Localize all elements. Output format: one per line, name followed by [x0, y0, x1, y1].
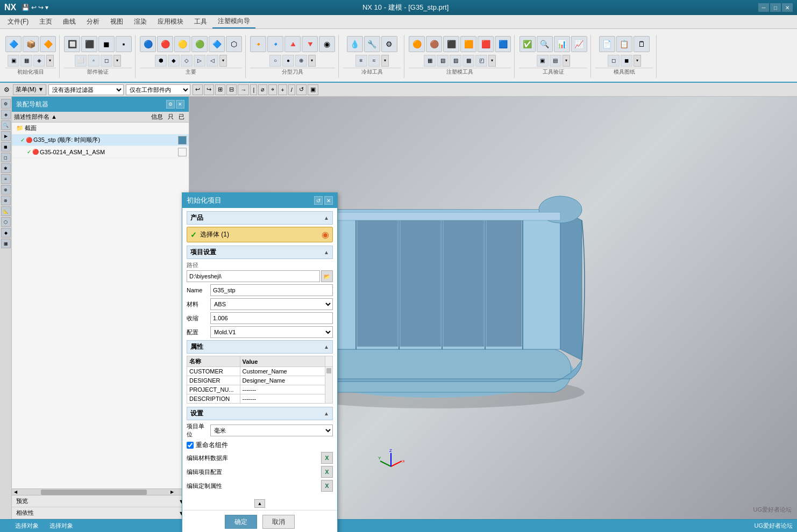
ribbon-icon-tv4[interactable]: 📈 — [571, 36, 587, 52]
ribbon-icon-mold11[interactable]: ◰ — [475, 55, 487, 67]
toolbar-btn1[interactable]: ↩ — [193, 84, 203, 95]
ribbon-icon-tv6[interactable]: ▤ — [550, 55, 561, 67]
toolbar-btn6[interactable]: | — [250, 84, 257, 95]
toolbar-btn7[interactable]: ⌀ — [258, 84, 267, 95]
menu-curve[interactable]: 曲线 — [58, 15, 81, 28]
ribbon-icon-tv5[interactable]: ▣ — [537, 55, 549, 67]
ribbon-icon-cool1[interactable]: 💧 — [347, 36, 363, 52]
path-input[interactable] — [187, 270, 320, 282]
ribbon-icon-tv1[interactable]: ✅ — [520, 36, 536, 52]
shrinkage-input[interactable] — [210, 312, 333, 324]
menu-tools[interactable]: 工具 — [189, 15, 212, 28]
prop-value-designer[interactable] — [240, 376, 325, 385]
nav-preview-section[interactable]: 预览 ▼ — [12, 495, 189, 507]
sidebar-icon-9[interactable]: ⊕ — [1, 185, 11, 195]
ribbon-icon-mold2[interactable]: 🟤 — [426, 36, 442, 52]
edit-project-btn[interactable]: X — [321, 466, 333, 478]
ok-button[interactable]: 确定 — [225, 515, 257, 529]
ribbon-icon-mold6[interactable]: 🟦 — [495, 36, 511, 52]
sidebar-icon-1[interactable]: ⚙ — [1, 99, 11, 109]
ribbon-icon-part1[interactable]: 🔸 — [250, 36, 266, 52]
nav-dependency-section[interactable]: 相依性 ▼ — [12, 507, 189, 519]
toolbar-btn12[interactable]: ▣ — [308, 84, 318, 95]
sidebar-icon-12[interactable]: ⬡ — [1, 217, 11, 227]
ribbon-icon-part4[interactable]: 🔻 — [302, 36, 318, 52]
ribbon-icon-main9[interactable]: ◇ — [181, 55, 193, 67]
name-input[interactable] — [210, 284, 333, 296]
prop-value-projectnum[interactable] — [240, 385, 325, 394]
ribbon-icon-dw3[interactable]: 🗒 — [634, 36, 650, 52]
ribbon-icon-mold9[interactable]: ▨ — [450, 55, 461, 67]
ribbon-icon-dw4[interactable]: ◻ — [608, 55, 620, 67]
options-quickbtn[interactable]: ▾ — [45, 4, 48, 11]
menu-home[interactable]: 主页 — [34, 15, 58, 28]
ribbon-icon-dw5[interactable]: ◼ — [621, 55, 632, 67]
menu-file[interactable]: 文件(F) — [2, 15, 34, 28]
sidebar-icon-6[interactable]: ◻ — [1, 153, 11, 162]
ribbon-icon-init5[interactable]: ▦ — [20, 55, 32, 67]
ribbon-icon-verify4[interactable]: ▪ — [116, 36, 132, 52]
scroll-left-btn[interactable]: ◀ — [14, 490, 17, 494]
nav-item-assembly[interactable]: ✓ 🔴 G35_stp (顺序: 时间顺序) — [12, 134, 189, 146]
dialog-up-btn[interactable]: ▲ — [254, 499, 265, 508]
prop-value-customer[interactable] — [240, 367, 325, 376]
properties-section-header[interactable]: 属性 ▲ — [187, 340, 333, 354]
material-select[interactable]: ABS PP PA — [210, 298, 333, 310]
ribbon-group-expand4[interactable]: ▾ — [308, 55, 316, 67]
scroll-right-btn[interactable]: ▶ — [170, 490, 174, 494]
sidebar-icon-3[interactable]: 🔍 — [1, 120, 11, 130]
menu-moldwizard[interactable]: 注塑模向导 — [212, 15, 255, 28]
sidebar-icon-4[interactable]: ▶ — [1, 131, 11, 141]
save-quickbtn[interactable]: 💾 — [22, 4, 30, 11]
ribbon-icon-main6[interactable]: ⬡ — [226, 36, 242, 52]
toolbar-btn10[interactable]: / — [288, 84, 295, 95]
ribbon-icon-main7[interactable]: ⬢ — [155, 55, 167, 67]
ribbon-icon-cool4[interactable]: ≡ — [355, 55, 367, 67]
ribbon-icon-mold4[interactable]: 🟧 — [460, 36, 476, 52]
ribbon-icon-part2[interactable]: 🔹 — [267, 36, 283, 52]
ribbon-icon-part6[interactable]: ○ — [269, 55, 281, 67]
prop-value-description[interactable] — [240, 394, 325, 404]
sidebar-icon-13[interactable]: ◆ — [1, 228, 11, 238]
nav-item-root[interactable]: 📁 截面 — [12, 123, 189, 134]
ribbon-group-expand3[interactable]: ▾ — [219, 55, 227, 67]
prop-input-description[interactable] — [243, 396, 323, 402]
ribbon-icon-main4[interactable]: 🟢 — [191, 36, 208, 52]
toolbar-btn9[interactable]: + — [278, 84, 287, 95]
toolbar-btn2[interactable]: ↪ — [204, 84, 214, 95]
ribbon-icon-verify5[interactable]: ⬜ — [75, 55, 87, 67]
ribbon-icon-verify2[interactable]: ⬛ — [81, 36, 97, 52]
menu-app[interactable]: 应用模块 — [152, 15, 189, 28]
undo-quickbtn[interactable]: ↩ — [31, 4, 37, 11]
menu-dropdown[interactable]: 菜单(M) ▼ — [13, 84, 46, 95]
ribbon-icon-part5[interactable]: ◉ — [319, 36, 335, 52]
nav-settings-btn[interactable]: ⚙ — [166, 100, 175, 109]
sidebar-icon-7[interactable]: ✱ — [1, 163, 11, 173]
scroll-thumb[interactable] — [41, 490, 147, 495]
ribbon-group-expand2[interactable]: ▾ — [113, 55, 121, 67]
ribbon-icon-verify7[interactable]: ◻ — [101, 55, 112, 67]
ribbon-icon-verify3[interactable]: ◼ — [98, 36, 115, 52]
toolbar-btn8[interactable]: ⌖ — [268, 84, 277, 95]
maximize-button[interactable]: □ — [770, 3, 781, 12]
ribbon-icon-main11[interactable]: ◁ — [207, 55, 218, 67]
dialog-refresh-btn[interactable]: ↺ — [314, 196, 323, 205]
toolbar-btn3[interactable]: ⊞ — [215, 84, 225, 95]
ribbon-icon-tv2[interactable]: 🔍 — [537, 36, 553, 52]
sidebar-icon-2[interactable]: ◈ — [1, 110, 11, 119]
ribbon-group-expand7[interactable]: ▾ — [563, 55, 570, 67]
ribbon-icon-dw1[interactable]: 📄 — [599, 36, 615, 52]
prop-input-projectnum[interactable] — [243, 386, 323, 393]
redo-quickbtn[interactable]: ↪ — [38, 4, 44, 11]
ribbon-icon-mold8[interactable]: ▧ — [437, 55, 449, 67]
path-browse-btn[interactable]: 📂 — [321, 270, 333, 282]
prop-row-projectnum[interactable]: PROJECT_NU... — [187, 385, 333, 394]
sidebar-icon-11[interactable]: 📐 — [1, 206, 11, 216]
rename-checkbox[interactable] — [187, 442, 194, 449]
ribbon-icon-tv3[interactable]: 📊 — [554, 36, 570, 52]
nav-h-scrollbar[interactable]: ◀ ▶ — [12, 488, 189, 495]
ribbon-icon-cool3[interactable]: ⚙ — [381, 36, 397, 52]
ribbon-group-expand8[interactable]: ▾ — [634, 55, 641, 67]
settings-icon[interactable]: ⚙ — [2, 85, 11, 94]
ribbon-icon-mold1[interactable]: 🟠 — [409, 36, 425, 52]
